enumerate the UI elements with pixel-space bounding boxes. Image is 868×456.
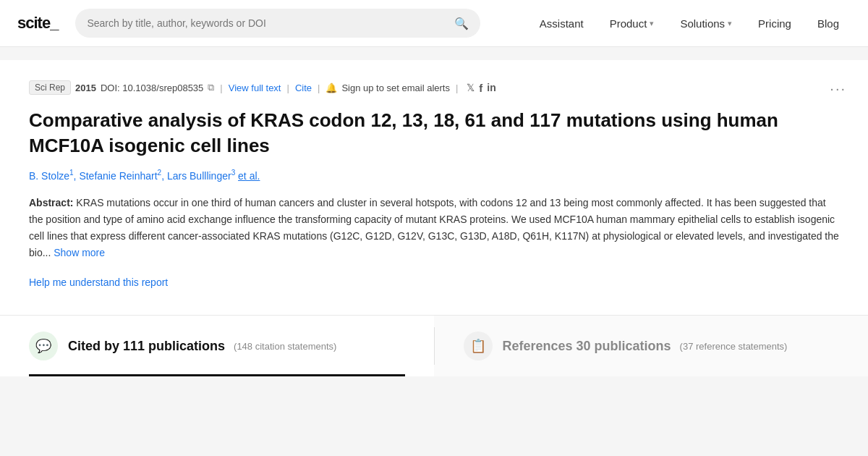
cite-link[interactable]: Cite <box>295 83 312 93</box>
references-icon: 📋 <box>464 332 493 360</box>
nav-product[interactable]: Product ▾ <box>598 12 666 35</box>
navbar: scite_ 🔍 Assistant Product ▾ Solutions ▾… <box>0 0 868 47</box>
linkedin-icon[interactable]: in <box>487 82 495 93</box>
facebook-icon[interactable]: f <box>479 82 482 94</box>
cited-by-icon: 💬 <box>29 332 58 360</box>
doi: DOI: 10.1038/srep08535 <box>101 83 203 93</box>
nav-assistant[interactable]: Assistant <box>528 12 595 35</box>
bell-icon: 🔔 <box>326 83 337 93</box>
author-2[interactable]: Stefanie Reinhart2 <box>79 170 161 182</box>
references-block[interactable]: 📋 References 30 publications (37 referen… <box>435 316 869 376</box>
help-link[interactable]: Help me understand this report <box>29 276 168 288</box>
nav-links: Assistant Product ▾ Solutions ▾ Pricing … <box>528 12 851 35</box>
nav-blog[interactable]: Blog <box>806 12 851 35</box>
show-more-button[interactable]: Show more <box>54 247 105 258</box>
copy-icon[interactable]: ⧉ <box>208 82 214 93</box>
author-1[interactable]: B. Stolze1 <box>29 170 74 182</box>
view-full-text-link[interactable]: View full text <box>229 83 281 93</box>
references-text-group: References 30 publications (37 reference… <box>503 338 788 355</box>
nav-solutions[interactable]: Solutions ▾ <box>668 12 744 35</box>
year: 2015 <box>75 83 96 93</box>
logo[interactable]: scite_ <box>17 14 58 33</box>
social-icons: 𝕏 f in <box>467 82 495 94</box>
author-3[interactable]: Lars Bulllinger3 <box>167 170 235 182</box>
nav-pricing[interactable]: Pricing <box>746 12 803 35</box>
stats-bar: 💬 Cited by 111 publications (148 citatio… <box>0 315 868 376</box>
authors: B. Stolze1, Stefanie Reinhart2, Lars Bul… <box>29 169 839 182</box>
cited-by-text-group: Cited by 111 publications (148 citation … <box>68 338 336 355</box>
cited-by-block[interactable]: 💬 Cited by 111 publications (148 citatio… <box>0 316 434 376</box>
search-bar[interactable]: 🔍 <box>75 9 480 38</box>
journal-badge: Sci Rep <box>29 80 71 95</box>
meta-line: Sci Rep 2015 DOI: 10.1038/srep08535 ⧉ | … <box>29 80 839 95</box>
twitter-icon[interactable]: 𝕏 <box>467 82 475 93</box>
chevron-down-icon: ▾ <box>728 19 732 28</box>
chevron-down-icon: ▾ <box>650 19 654 28</box>
cited-by-sub: (148 citation statements) <box>234 341 336 352</box>
abstract: Abstract: KRAS mutations occur in one th… <box>29 195 839 261</box>
references-main: References 30 publications <box>503 338 671 355</box>
paper-title: Comparative analysis of KRAS codon 12, 1… <box>29 108 839 159</box>
cited-by-main: Cited by 111 publications <box>68 338 225 355</box>
search-input[interactable] <box>87 17 448 29</box>
abstract-label: Abstract: <box>29 197 73 208</box>
search-icon: 🔍 <box>454 17 469 30</box>
paper-card: ··· Sci Rep 2015 DOI: 10.1038/srep08535 … <box>0 60 868 315</box>
abstract-text: KRAS mutations occur in one third of hum… <box>29 197 839 258</box>
et-al-link[interactable]: et al. <box>238 170 260 182</box>
alerts-text[interactable]: Sign up to set email alerts <box>341 83 450 93</box>
more-options-button[interactable]: ··· <box>830 80 846 97</box>
references-sub: (37 reference statements) <box>680 341 788 352</box>
